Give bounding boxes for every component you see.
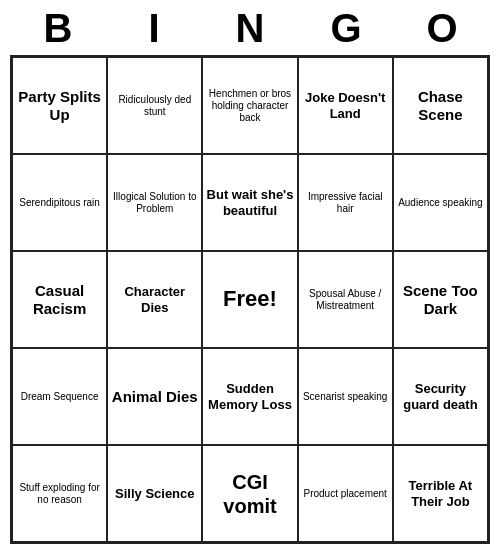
bingo-cell-17[interactable]: Sudden Memory Loss — [202, 348, 297, 445]
bingo-cell-20[interactable]: Stuff exploding for no reason — [12, 445, 107, 542]
bingo-cell-10[interactable]: Casual Racism — [12, 251, 107, 348]
bingo-cell-21[interactable]: Silly Science — [107, 445, 202, 542]
bingo-cell-23[interactable]: Product placement — [298, 445, 393, 542]
bingo-cell-11[interactable]: Character Dies — [107, 251, 202, 348]
letter-i: I — [110, 6, 198, 51]
bingo-cell-14[interactable]: Scene Too Dark — [393, 251, 488, 348]
bingo-cell-7[interactable]: But wait she's beautiful — [202, 154, 297, 251]
bingo-cell-24[interactable]: Terrible At Their Job — [393, 445, 488, 542]
bingo-cell-13[interactable]: Spousal Abuse / Mistreatment — [298, 251, 393, 348]
bingo-cell-5[interactable]: Serendipitous rain — [12, 154, 107, 251]
bingo-cell-18[interactable]: Scenarist speaking — [298, 348, 393, 445]
bingo-cell-0[interactable]: Party Splits Up — [12, 57, 107, 154]
bingo-cell-12[interactable]: Free! — [202, 251, 297, 348]
bingo-cell-2[interactable]: Henchmen or bros holding character back — [202, 57, 297, 154]
letter-g: G — [302, 6, 390, 51]
bingo-grid: Party Splits UpRidiculously ded stuntHen… — [10, 55, 490, 544]
letter-n: N — [206, 6, 294, 51]
bingo-header: B I N G O — [10, 0, 490, 55]
bingo-cell-15[interactable]: Dream Sequence — [12, 348, 107, 445]
bingo-cell-9[interactable]: Audience speaking — [393, 154, 488, 251]
letter-o: O — [398, 6, 486, 51]
bingo-cell-1[interactable]: Ridiculously ded stunt — [107, 57, 202, 154]
bingo-cell-3[interactable]: Joke Doesn't Land — [298, 57, 393, 154]
bingo-cell-22[interactable]: CGI vomit — [202, 445, 297, 542]
bingo-cell-8[interactable]: Impressive facial hair — [298, 154, 393, 251]
bingo-cell-16[interactable]: Animal Dies — [107, 348, 202, 445]
bingo-cell-4[interactable]: Chase Scene — [393, 57, 488, 154]
bingo-cell-19[interactable]: Security guard death — [393, 348, 488, 445]
bingo-cell-6[interactable]: Illogical Solution to Problem — [107, 154, 202, 251]
letter-b: B — [14, 6, 102, 51]
